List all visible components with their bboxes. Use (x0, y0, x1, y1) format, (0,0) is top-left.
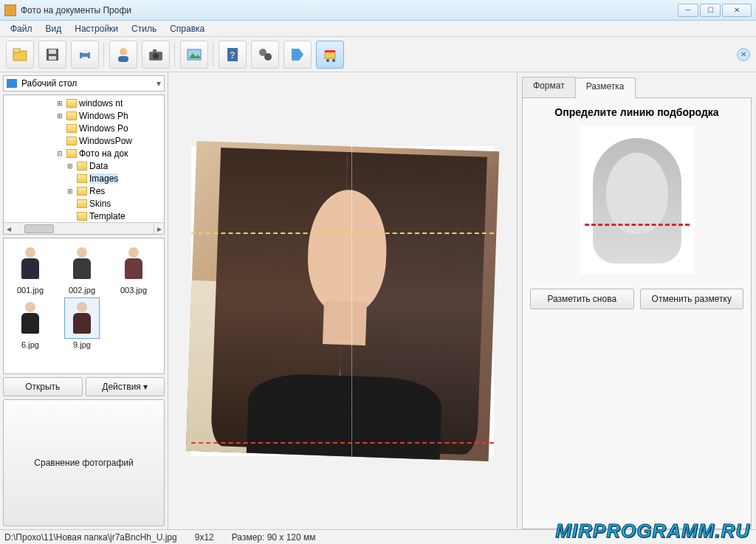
tree-label: windows nt (79, 98, 123, 109)
markup-heading: Определите линию подбородка (554, 106, 718, 119)
folder-icon (77, 212, 87, 221)
svg-rect-1 (13, 49, 20, 52)
folder-tree[interactable]: ⊞windows nt⊞Windows PhWindows PoWindowsP… (3, 94, 165, 235)
tree-label: Res (89, 186, 105, 196)
thumbnail-image (13, 243, 48, 284)
svg-text:?: ? (230, 50, 235, 61)
folder-icon (77, 199, 87, 208)
thumbnail-caption: 9.jpg (73, 340, 91, 349)
minimize-button[interactable]: ─ (678, 4, 698, 17)
actions-label: Действия (102, 382, 141, 392)
svg-rect-12 (153, 49, 157, 52)
tree-row[interactable]: ⊞Res (4, 185, 162, 197)
svg-rect-9 (118, 56, 128, 62)
tree-label: Template (89, 211, 126, 221)
tree-label: Data (89, 161, 108, 171)
maximize-button[interactable]: ☐ (700, 4, 721, 17)
thumbnail[interactable]: 6.jpg (8, 297, 52, 349)
svg-point-8 (120, 48, 127, 55)
toolbar-camera-button[interactable] (142, 41, 170, 69)
menu-style[interactable]: Стиль (126, 22, 162, 35)
status-size: Размер: 90 x 120 мм (232, 532, 316, 543)
expand-icon[interactable]: ⊞ (66, 187, 75, 195)
menu-help[interactable]: Справка (164, 22, 210, 35)
toolbar-save-button[interactable] (38, 41, 66, 69)
toolbar-tag-button[interactable] (284, 41, 312, 69)
photo-canvas[interactable] (191, 146, 494, 456)
remark-again-button[interactable]: Разметить снова (530, 289, 634, 309)
desktop-icon (7, 79, 17, 88)
folder-icon (66, 99, 77, 108)
tree-row[interactable]: Images (4, 172, 162, 185)
tree-label: Windows Ph (79, 111, 128, 121)
guide-chin-line[interactable] (191, 442, 494, 444)
folder-icon (77, 162, 87, 171)
tab-format[interactable]: Формат (522, 77, 576, 97)
guide-eye-line[interactable] (191, 233, 494, 234)
actions-button[interactable]: Действия ▾ (86, 377, 165, 396)
thumbnail[interactable]: 9.jpg (60, 297, 104, 349)
tree-row[interactable]: Template (4, 210, 162, 222)
tree-row[interactable]: ⊞Windows Ph (4, 109, 162, 122)
thumbnail[interactable]: 002.jpg (60, 243, 104, 295)
toolbar-video-button[interactable] (251, 41, 279, 69)
expand-icon[interactable]: ⊞ (66, 162, 75, 170)
thumbnail[interactable]: 001.jpg (8, 243, 52, 295)
thumbnail-caption: 003.jpg (120, 286, 147, 295)
toolbar-image-button[interactable] (180, 41, 208, 69)
tab-markup[interactable]: Разметка (575, 78, 636, 98)
svg-rect-7 (82, 57, 88, 61)
thumbnail-caption: 6.jpg (21, 340, 39, 349)
markup-preview (580, 126, 694, 274)
tree-row[interactable]: ⊞windows nt (4, 97, 162, 109)
expand-icon[interactable]: ⊞ (55, 112, 64, 120)
toolbar-separator (174, 43, 176, 66)
open-button[interactable]: Открыть (3, 377, 83, 396)
tree-label: WindowsPow (79, 136, 132, 146)
menu-settings[interactable]: Настройки (69, 22, 124, 35)
tree-row[interactable]: Skins (4, 197, 162, 210)
tree-row[interactable]: Windows Po (4, 122, 162, 134)
compare-photos-button[interactable]: Сравнение фотографий (3, 399, 165, 527)
app-icon (4, 4, 16, 16)
scroll-thumb[interactable] (24, 224, 54, 233)
toolbar: ? ✕ (0, 37, 756, 72)
guide-vertical[interactable] (351, 146, 352, 456)
tree-row[interactable]: ⊟Фото на док (4, 147, 162, 159)
thumbnail-image (64, 297, 100, 339)
menu-view[interactable]: Вид (40, 22, 68, 35)
svg-rect-6 (82, 49, 88, 53)
thumbnail[interactable]: 003.jpg (111, 243, 156, 295)
expand-icon[interactable]: ⊟ (55, 150, 64, 157)
folder-icon (77, 174, 87, 183)
menu-file[interactable]: Файл (4, 22, 38, 35)
toolbar-open-button[interactable] (6, 41, 34, 69)
close-button[interactable]: ✕ (722, 4, 752, 17)
thumbnail-list: 001.jpg002.jpg003.jpg6.jpg9.jpg (3, 238, 165, 374)
tree-scrollbar[interactable]: ◂ ▸ (4, 222, 164, 234)
canvas-area (168, 72, 517, 529)
menu-bar: Файл Вид Настройки Стиль Справка (0, 21, 756, 37)
thumbnail-image (116, 243, 151, 284)
scroll-right-icon[interactable]: ▸ (154, 224, 164, 234)
toolbar-collapse-button[interactable]: ✕ (737, 48, 750, 61)
toolbar-cart-button[interactable] (316, 41, 344, 69)
cancel-markup-button[interactable]: Отменить разметку (640, 289, 744, 309)
folder-icon (66, 124, 77, 133)
location-combo[interactable]: Рабочий стол ▾ (3, 75, 165, 92)
location-label: Рабочий стол (21, 78, 77, 89)
folder-icon (66, 111, 77, 120)
tree-row[interactable]: ⊞Data (4, 159, 162, 172)
right-panel: Формат Разметка Определите линию подборо… (517, 72, 756, 529)
toolbar-help-button[interactable]: ? (219, 41, 247, 69)
toolbar-print-button[interactable] (71, 41, 99, 69)
tree-label: Фото на док (79, 148, 128, 159)
tree-row[interactable]: WindowsPow (4, 134, 162, 147)
svg-rect-21 (325, 50, 335, 52)
toolbar-user-button[interactable] (109, 41, 137, 69)
scroll-left-icon[interactable]: ◂ (4, 224, 14, 234)
left-panel: Рабочий стол ▾ ⊞windows nt⊞Windows PhWin… (0, 72, 168, 529)
expand-icon[interactable]: ⊞ (55, 100, 64, 107)
status-ratio: 9x12 (195, 532, 214, 543)
folder-icon (66, 149, 77, 158)
